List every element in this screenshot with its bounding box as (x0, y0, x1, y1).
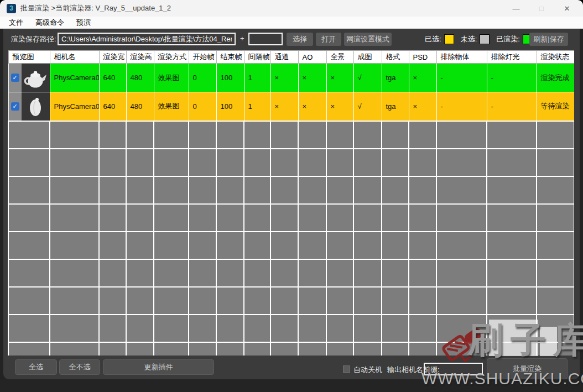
menu-advanced-commands[interactable]: 高级命令 (29, 17, 70, 28)
table-row-empty (8, 315, 574, 342)
cell-render-status: 等待渲染 (537, 92, 574, 121)
status-legend: 已选: 未选: 已渲染: (425, 32, 539, 46)
window-title: 批量渲染 >当前渲染器: V_Ray_5__update_1_2 (20, 3, 171, 13)
teapot-icon (23, 93, 48, 119)
camera-prefix-input[interactable] (424, 363, 483, 375)
cell-exclude-objects[interactable]: - (436, 64, 487, 92)
cell-start-frame[interactable]: 0 (189, 92, 216, 121)
auto-shutdown-checkbox[interactable] (343, 365, 350, 373)
cell-ao[interactable]: × (298, 64, 326, 92)
header-camera-name: 相机名 (50, 51, 99, 64)
save-path-label: 渲染保存路径: (11, 34, 56, 44)
window-bottom-edge (0, 379, 583, 392)
menubar: 文件 高级命令 预演 (0, 17, 583, 29)
titlebar: 3 批量渲染 >当前渲染器: V_Ray_5__update_1_2 — □ ✕ (0, 0, 583, 17)
table-row-camera1: ✓ (8, 64, 574, 92)
open-folder-button[interactable]: 打开 (316, 33, 341, 46)
cell-panorama[interactable]: × (326, 92, 353, 121)
app-window: 3 批量渲染 >当前渲染器: V_Ray_5__update_1_2 — □ ✕… (0, 0, 583, 392)
preview-cell: ✓ (8, 64, 50, 92)
cell-final-image[interactable]: √ (353, 92, 382, 121)
cell-panorama[interactable]: × (326, 64, 353, 92)
menu-preview[interactable]: 预演 (70, 17, 97, 28)
header-channel: 通道 (270, 51, 298, 64)
cell-render-width[interactable]: 640 (99, 64, 126, 92)
header-render-height: 渲染高 (126, 51, 154, 64)
cell-render-height[interactable]: 480 (126, 92, 154, 121)
header-exclude-lights: 排除灯光 (487, 51, 537, 64)
cell-channel[interactable]: × (270, 92, 298, 121)
header-exclude-objects: 排除物体 (436, 51, 487, 64)
update-plugin-button[interactable]: 更新插件 (103, 359, 214, 375)
header-psd: PSD (409, 51, 436, 64)
legend-rendered-label: 已渲染: (496, 34, 520, 44)
cell-step-frame[interactable]: 1 (244, 64, 270, 92)
table-row-empty (8, 176, 574, 204)
row-check-zone: ✓ (9, 92, 22, 121)
cell-format[interactable]: tga (382, 92, 409, 121)
cell-render-status: 渲染完成 (537, 64, 574, 92)
batch-render-button[interactable]: 批量渲染 (487, 358, 568, 379)
header-end-frame: 结束帧 (216, 51, 244, 64)
cell-render-mode[interactable]: 效果图 (154, 92, 189, 121)
header-panorama: 全景 (326, 51, 353, 64)
row-checkbox[interactable]: ✓ (11, 74, 19, 82)
cell-exclude-objects[interactable]: - (436, 92, 487, 121)
teapot-icon (23, 65, 48, 91)
legend-selected-swatch (444, 34, 454, 44)
menu-file[interactable]: 文件 (3, 17, 29, 28)
auto-shutdown-label: 自动关机 (353, 365, 382, 375)
table-row-empty (8, 342, 574, 356)
table-row-empty (8, 121, 574, 149)
row-checkbox[interactable]: ✓ (11, 102, 19, 111)
cell-render-mode[interactable]: 效果图 (154, 64, 189, 92)
cell-camera-name[interactable]: PhysCamera001 (50, 64, 99, 92)
header-preview: 预览图 (8, 51, 50, 64)
header-ao: AO (298, 51, 326, 64)
table-row-empty (8, 259, 574, 287)
table-body: ✓ (8, 64, 574, 356)
legend-unselected-label: 未选: (461, 34, 477, 44)
table-header-row: 预览图 相机名 渲染宽 渲染高 渲染方式 开始帧 结束帧 间隔帧 通道 AO 全… (8, 51, 574, 64)
cell-start-frame[interactable]: 0 (189, 64, 216, 92)
select-none-button[interactable]: 全不选 (59, 359, 100, 375)
cell-psd[interactable]: × (409, 64, 436, 92)
window-controls: — □ ✕ (503, 0, 583, 17)
cell-final-image[interactable]: √ (353, 64, 382, 92)
net-render-mode-button[interactable]: 网渲设置模式 (344, 33, 392, 46)
table-row-camera2: ✓ PhysCa (8, 92, 574, 121)
cell-end-frame[interactable]: 100 (216, 64, 244, 92)
path-suffix-input[interactable] (248, 33, 283, 45)
cell-channel[interactable]: × (270, 64, 298, 92)
plus-sign: + (240, 34, 244, 43)
legend-unselected-swatch (480, 34, 490, 44)
choose-path-button[interactable]: 选择 (287, 33, 313, 46)
row-check-zone: ✓ (9, 64, 22, 92)
cell-step-frame[interactable]: 1 (244, 92, 270, 121)
cell-render-width[interactable]: 640 (99, 92, 126, 121)
close-button[interactable]: ✕ (554, 0, 580, 17)
header-render-width: 渲染宽 (99, 51, 126, 64)
header-render-status: 渲染状态 (537, 51, 574, 64)
table-row-empty (8, 149, 574, 176)
table-row-empty (8, 204, 574, 232)
refresh-save-button[interactable]: 刷新|保存 (529, 33, 568, 46)
cell-ao[interactable]: × (298, 92, 326, 121)
minimize-button[interactable]: — (503, 0, 529, 17)
toolbar: 渲染保存路径: + 选择 打开 网渲设置模式 已选: 未选: 已渲染: 刷新|保… (3, 29, 580, 50)
cell-exclude-lights[interactable]: - (487, 64, 537, 92)
cell-psd[interactable]: × (409, 92, 436, 121)
cell-end-frame[interactable]: 100 (216, 92, 244, 121)
camera-thumbnail (22, 92, 50, 121)
max-app-icon: 3 (7, 4, 16, 13)
maximize-button[interactable]: □ (529, 0, 554, 17)
header-render-mode: 渲染方式 (154, 51, 189, 64)
select-all-button[interactable]: 全选 (15, 359, 57, 375)
cell-exclude-lights[interactable]: - (487, 92, 537, 121)
cell-format[interactable]: tga (382, 64, 409, 92)
save-path-input[interactable] (58, 33, 236, 45)
table-row-empty (8, 232, 574, 259)
cell-render-height[interactable]: 480 (126, 64, 154, 92)
table-row-empty (8, 287, 574, 315)
cell-camera-name[interactable]: PhysCamera002 (50, 92, 99, 121)
